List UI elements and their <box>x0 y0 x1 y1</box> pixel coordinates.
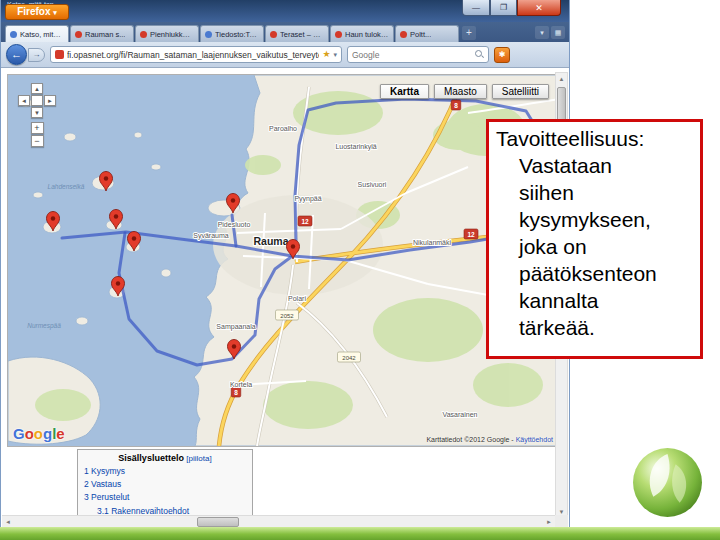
window-controls: — ❐ ✕ <box>462 0 561 16</box>
chevron-down-icon: ▾ <box>53 9 57 16</box>
map-type-buttons: Kartta Maasto Satelliitti <box>380 84 549 99</box>
map-attribution: Karttatiedot ©2012 Google - Käyttöehdot <box>426 436 553 443</box>
svg-text:8: 8 <box>454 102 458 109</box>
toc-item[interactable]: 3 Perustelut <box>84 491 246 504</box>
search-input[interactable] <box>352 50 472 60</box>
map-label: Nurmespää <box>27 322 61 330</box>
url-dropdown-icon[interactable]: ▾ <box>333 51 337 58</box>
svg-text:2042: 2042 <box>342 355 356 361</box>
window-titlebar: Katso, mitä tap... Firefox ▾ — ❐ ✕ <box>1 0 569 22</box>
logo-letter: G <box>13 425 25 442</box>
annotation-box: Tavoitteellisuus: Vastataansiihenkysymyk… <box>486 119 703 359</box>
map-button-satelliitti[interactable]: Satelliitti <box>492 84 549 99</box>
tabbar-right-controls: ▾ ▦ <box>535 26 565 42</box>
back-button[interactable]: ← <box>6 44 27 65</box>
zoom-in-button[interactable]: + <box>31 122 44 134</box>
map-label: Pidesluoto <box>218 221 251 228</box>
panel-icon[interactable]: ▦ <box>551 26 565 39</box>
tab-favicon-icon <box>205 31 212 38</box>
tab-6[interactable]: Haun tuloks... <box>330 25 394 42</box>
annotation-line: siihen <box>519 179 693 206</box>
tab-favicon-icon <box>335 31 342 38</box>
svg-text:12: 12 <box>467 231 475 238</box>
map-label: Paroalho <box>269 125 297 132</box>
logo-letter: o <box>25 425 34 442</box>
firefox-menu-button[interactable]: Firefox ▾ <box>5 4 69 20</box>
site-favicon-icon <box>55 50 64 59</box>
tab-4[interactable]: Tiedosto:Tek... <box>200 25 264 42</box>
page-content: 81212820522042 ParoalhoLuostarinkyläSusi… <box>2 68 568 528</box>
url-input[interactable] <box>67 50 319 60</box>
map-label: Luostarinkylä <box>335 143 376 151</box>
zoom-out-button[interactable]: − <box>31 135 44 147</box>
google-logo: Google <box>13 425 65 443</box>
search-icon[interactable] <box>475 50 484 59</box>
pan-center-icon[interactable] <box>31 95 43 106</box>
tab-3[interactable]: Pienhiukkaso ... <box>135 25 199 42</box>
addon-icon[interactable]: ✱ <box>494 47 510 63</box>
annotation-line: tärkeää. <box>519 314 693 341</box>
map-navigation-controls: ▲ ◄ ► ▼ + − <box>16 83 58 147</box>
tab-bar: Katso, mitä ... Rauman s... Pienhiukkaso… <box>1 22 569 42</box>
annotation-line: kannalta <box>519 287 693 314</box>
pan-left-icon[interactable]: ◄ <box>18 95 30 106</box>
tab-favicon-icon <box>75 31 82 38</box>
map-label: Susivuori <box>358 181 387 188</box>
map-label: Sampaanala <box>216 323 255 331</box>
map-label: Rauma <box>253 235 288 247</box>
annotation-title: Tavoitteellisuus: <box>496 125 693 152</box>
map-label: Pyynpää <box>294 195 321 203</box>
toc-item[interactable]: 2 Vastaus <box>84 478 246 491</box>
new-tab-button[interactable]: + <box>462 26 476 40</box>
tab-7[interactable]: Poltt... <box>395 25 459 42</box>
green-sphere-logo <box>631 446 704 519</box>
search-bar[interactable] <box>347 46 489 63</box>
tab-1[interactable]: Katso, mitä ... <box>5 25 69 42</box>
map-label: Syvärauma <box>193 232 229 240</box>
annotation-line: päätöksenteon <box>519 260 693 287</box>
map-label: Polari <box>288 295 306 302</box>
logo-letter: o <box>34 425 43 442</box>
svg-text:8: 8 <box>234 389 238 396</box>
tab-favicon-icon <box>270 31 277 38</box>
map-canvas[interactable]: 81212820522042 ParoalhoLuostarinkyläSusi… <box>7 74 560 447</box>
logo-letter: e <box>56 425 64 442</box>
logo-letter: g <box>43 425 52 442</box>
toc-title: Sisällysluettelo [piilota] <box>84 453 246 463</box>
pan-up-icon[interactable]: ▲ <box>31 83 43 94</box>
toc-hide-link[interactable]: [piilota] <box>186 454 211 463</box>
map-button-kartta[interactable]: Kartta <box>380 84 429 99</box>
navigation-toolbar: ← → ★ ▾ ✱ <box>1 42 569 68</box>
svg-text:12: 12 <box>301 218 309 225</box>
horizontal-scrollbar-thumb[interactable] <box>197 517 239 527</box>
tab-favicon-icon <box>140 31 147 38</box>
tab-list-icon[interactable]: ▾ <box>535 26 549 39</box>
scroll-up-icon[interactable]: ▲ <box>556 73 567 85</box>
svg-text:2052: 2052 <box>280 313 294 319</box>
close-button[interactable]: ✕ <box>517 0 561 16</box>
tab-5[interactable]: Teraset – Op... <box>265 25 329 42</box>
maximize-button[interactable]: ❐ <box>490 0 517 16</box>
bookmark-star-icon[interactable]: ★ <box>322 50 330 59</box>
tab-favicon-icon <box>400 31 407 38</box>
browser-window: Katso, mitä tap... Firefox ▾ — ❐ ✕ Katso… <box>0 0 570 528</box>
annotation-line: Vastataan <box>519 152 693 179</box>
pan-down-icon[interactable]: ▼ <box>31 107 43 118</box>
minimize-button[interactable]: — <box>462 0 490 16</box>
road-shield: 8 <box>231 387 241 397</box>
road-shield: 8 <box>451 100 461 110</box>
annotation-line: joka on <box>519 233 693 260</box>
slide-footer-bar <box>0 527 720 540</box>
forward-button[interactable]: → <box>28 48 45 62</box>
road-shield: 2052 <box>276 310 299 320</box>
road-shield: 2042 <box>338 352 361 362</box>
map-graphics: 81212820522042 ParoalhoLuostarinkyläSusi… <box>8 75 559 446</box>
toc-item[interactable]: 1 Kysymys <box>84 465 246 478</box>
map-label: Nikulanmäki <box>413 239 452 246</box>
url-bar[interactable]: ★ ▾ <box>50 46 342 63</box>
pan-right-icon[interactable]: ► <box>44 95 56 106</box>
tab-2[interactable]: Rauman s... <box>70 25 134 42</box>
terms-link[interactable]: Käyttöehdot <box>516 436 553 443</box>
map-button-maasto[interactable]: Maasto <box>434 84 487 99</box>
road-shield: 12 <box>464 229 478 239</box>
